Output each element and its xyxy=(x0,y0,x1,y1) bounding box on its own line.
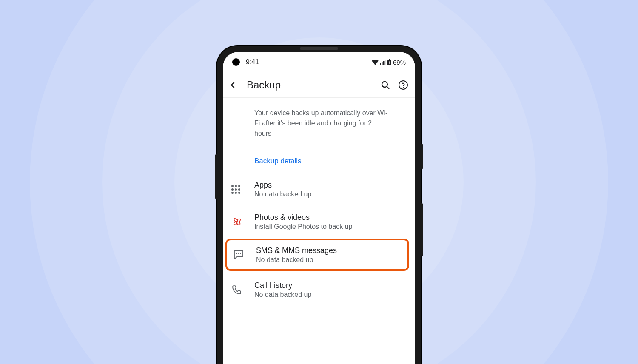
svg-point-11 xyxy=(240,253,241,254)
list-item-sms[interactable]: SMS & MMS messages No data backed up xyxy=(225,239,409,271)
status-icons xyxy=(372,59,391,65)
page-title: Backup xyxy=(247,79,380,91)
list-item-subtitle: No data backed up xyxy=(256,256,402,264)
battery-icon xyxy=(387,59,391,65)
backup-details-header: Backup details xyxy=(254,157,302,165)
list-item-apps[interactable]: Apps No data backed up xyxy=(223,173,415,205)
svg-point-8 xyxy=(403,87,404,88)
help-icon xyxy=(398,80,408,90)
list-item-title: Apps xyxy=(254,181,407,190)
svg-rect-2 xyxy=(383,61,385,65)
back-button[interactable] xyxy=(230,80,247,90)
svg-point-7 xyxy=(399,81,407,89)
svg-point-10 xyxy=(238,253,239,254)
list-item-title: Photos & videos xyxy=(254,213,407,222)
list-item-calls[interactable]: Call history No data backed up xyxy=(223,273,415,306)
phone-icon xyxy=(231,284,242,295)
phone-frame: 9:41 xyxy=(217,46,421,364)
list-item-subtitle: No data backed up xyxy=(254,191,407,198)
search-button[interactable] xyxy=(380,80,390,90)
section-header: Backup details xyxy=(223,149,415,173)
list-item-subtitle: No data backed up xyxy=(254,291,407,299)
help-button[interactable] xyxy=(398,80,408,90)
arrow-back-icon xyxy=(230,80,240,90)
list-item-subtitle: Install Google Photos to back up xyxy=(254,223,407,230)
svg-rect-0 xyxy=(380,63,381,65)
svg-point-6 xyxy=(382,82,387,87)
apps-icon xyxy=(231,185,240,194)
phone-screen: 9:41 xyxy=(223,52,415,364)
svg-rect-3 xyxy=(385,60,386,65)
signal-icon xyxy=(380,60,386,65)
svg-rect-1 xyxy=(382,62,383,65)
message-icon xyxy=(233,249,244,260)
camera-hole xyxy=(232,58,240,66)
svg-rect-5 xyxy=(389,59,390,60)
info-section: Your device backs up automatically over … xyxy=(223,98,415,149)
search-icon xyxy=(380,80,390,90)
wifi-icon xyxy=(372,60,379,65)
backup-info-text: Your device backs up automatically over … xyxy=(254,108,390,139)
status-bar: 9:41 xyxy=(223,52,415,72)
status-time: 9:41 xyxy=(246,58,259,66)
list-item-title: Call history xyxy=(254,281,407,290)
list-item-title: SMS & MMS messages xyxy=(256,246,402,255)
svg-point-9 xyxy=(236,253,237,254)
photos-icon xyxy=(231,216,243,228)
battery-percentage: 69% xyxy=(393,59,406,66)
app-bar: Backup xyxy=(223,72,415,98)
list-item-photos[interactable]: Photos & videos Install Google Photos to… xyxy=(223,205,415,238)
